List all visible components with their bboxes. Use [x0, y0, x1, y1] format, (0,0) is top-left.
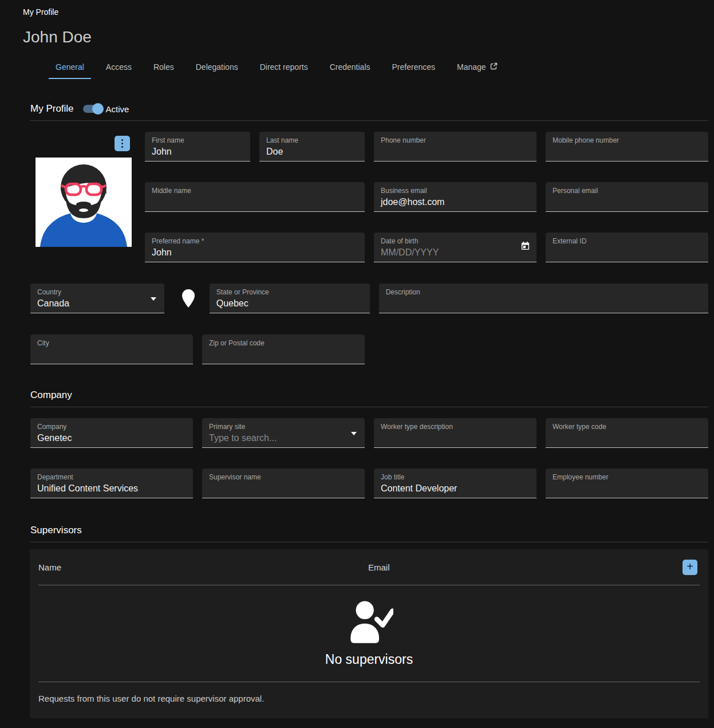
department-field[interactable]: Department Unified Content Services	[30, 469, 193, 498]
toggle-knob	[92, 103, 104, 115]
tab-general[interactable]: General	[49, 59, 91, 79]
map-pin-icon	[182, 289, 195, 313]
last-name-label: Last name	[266, 136, 358, 144]
zip-field[interactable]: Zip or Postal code	[202, 335, 365, 364]
personal-email-field[interactable]: Personal email	[546, 182, 708, 212]
country-label: Country	[37, 288, 157, 296]
preferred-name-label: Preferred name *	[152, 237, 358, 245]
avatar-image	[35, 158, 132, 247]
supervisors-section-header: Supervisors	[30, 525, 708, 536]
company-section-header: Company	[30, 389, 708, 401]
middle-name-field[interactable]: Middle name	[145, 182, 365, 212]
external-id-field[interactable]: External ID	[546, 233, 708, 262]
section-divider	[30, 542, 708, 542]
description-field[interactable]: Description	[379, 284, 708, 313]
description-label: Description	[386, 288, 701, 296]
business-email-field[interactable]: Business email jdoe@host.com	[374, 182, 537, 212]
supervisors-empty-state: No supervisors	[30, 585, 708, 682]
last-name-value: Doe	[266, 146, 358, 158]
supervisors-table-header: Name Email +	[30, 549, 708, 585]
tab-direct-reports-label: Direct reports	[260, 62, 308, 72]
avatar-block	[30, 132, 132, 247]
tab-delegations[interactable]: Delegations	[189, 59, 245, 79]
tab-credentials-label: Credentials	[330, 62, 370, 72]
first-name-label: First name	[152, 136, 243, 144]
phone-number-field[interactable]: Phone number	[374, 132, 537, 162]
preferred-name-field[interactable]: Preferred name * John	[145, 233, 365, 262]
state-field[interactable]: State or Province Quebec	[210, 284, 370, 313]
company-label: Company	[37, 423, 186, 431]
state-label: State or Province	[216, 288, 363, 296]
job-title-field[interactable]: Job title Content Developer	[374, 469, 537, 498]
city-field[interactable]: City	[30, 335, 193, 364]
mobile-phone-field[interactable]: Mobile phone number	[546, 132, 708, 162]
avatar-menu-button[interactable]	[115, 136, 130, 151]
tab-bar: General Access Roles Delegations Direct …	[49, 59, 708, 79]
my-profile-section-header: My Profile Active	[30, 103, 708, 115]
country-value: Canada	[37, 298, 157, 309]
supervisor-approval-note: Requests from this user do not require s…	[30, 682, 708, 703]
country-select[interactable]: Country Canada	[30, 284, 164, 313]
tab-access[interactable]: Access	[99, 59, 139, 79]
company-field[interactable]: Company Genetec	[30, 418, 193, 448]
tab-roles-label: Roles	[153, 62, 174, 72]
empty-state-title: No supervisors	[325, 652, 413, 667]
business-email-value: jdoe@host.com	[381, 196, 530, 208]
middle-name-label: Middle name	[152, 187, 358, 195]
tab-roles[interactable]: Roles	[147, 59, 181, 79]
employee-number-field[interactable]: Employee number	[546, 469, 708, 498]
person-check-icon	[345, 600, 393, 648]
tab-general-label: General	[56, 62, 84, 72]
date-of-birth-value: MM/DD/YYYY	[381, 247, 530, 258]
tab-credentials[interactable]: Credentials	[323, 59, 377, 79]
worker-type-code-field[interactable]: Worker type code	[546, 418, 708, 448]
state-value: Quebec	[216, 298, 363, 309]
first-name-field[interactable]: First name John	[145, 132, 250, 162]
primary-site-label: Primary site	[209, 423, 358, 431]
chevron-down-icon	[351, 432, 357, 435]
column-header-email: Email	[368, 562, 390, 572]
supervisors-panel: Name Email + No supervisors Requests fro…	[30, 549, 708, 718]
worker-type-description-field[interactable]: Worker type description	[374, 418, 537, 448]
active-toggle-label: Active	[106, 104, 129, 114]
city-label: City	[37, 339, 186, 347]
employee-number-label: Employee number	[553, 473, 701, 481]
primary-site-select[interactable]: Primary site Type to search...	[202, 418, 365, 448]
worker-type-description-label: Worker type description	[381, 423, 530, 431]
breadcrumb: My Profile	[23, 0, 708, 17]
job-title-value: Content Developer	[381, 483, 530, 494]
kebab-icon	[121, 139, 124, 148]
date-of-birth-field[interactable]: Date of birth MM/DD/YYYY	[374, 233, 537, 262]
date-of-birth-label: Date of birth	[381, 237, 530, 245]
page-title: John Doe	[23, 28, 708, 46]
mobile-phone-label: Mobile phone number	[553, 136, 701, 144]
preferred-name-value: John	[152, 247, 358, 258]
zip-label: Zip or Postal code	[209, 339, 358, 347]
tab-preferences[interactable]: Preferences	[385, 59, 442, 79]
plus-icon: +	[687, 561, 693, 572]
supervisor-name-label: Supervisor name	[209, 473, 358, 481]
external-id-label: External ID	[553, 237, 701, 245]
add-supervisor-button[interactable]: +	[683, 560, 697, 575]
active-toggle[interactable]	[83, 105, 102, 113]
last-name-field[interactable]: Last name Doe	[259, 132, 365, 162]
section-divider	[30, 407, 708, 407]
profile-form: First name John Last name Doe Phone numb…	[30, 132, 708, 262]
calendar-icon[interactable]	[520, 241, 530, 253]
tab-manage-label: Manage	[457, 62, 486, 72]
section-title-supervisors: Supervisors	[30, 525, 82, 536]
chevron-down-icon	[151, 297, 156, 301]
first-name-value: John	[152, 146, 243, 158]
tab-access-label: Access	[106, 62, 132, 72]
section-title-my-profile: My Profile	[30, 103, 74, 115]
profile-page: My Profile John Doe General Access Roles…	[0, 0, 714, 718]
personal-email-label: Personal email	[553, 187, 701, 195]
tab-manage[interactable]: Manage	[450, 59, 504, 79]
section-title-company: Company	[30, 389, 72, 401]
tab-direct-reports[interactable]: Direct reports	[253, 59, 315, 79]
section-divider	[30, 120, 708, 121]
phone-number-label: Phone number	[381, 136, 530, 144]
supervisor-name-field[interactable]: Supervisor name	[202, 469, 365, 498]
tab-delegations-label: Delegations	[196, 62, 238, 72]
tab-preferences-label: Preferences	[392, 62, 435, 72]
